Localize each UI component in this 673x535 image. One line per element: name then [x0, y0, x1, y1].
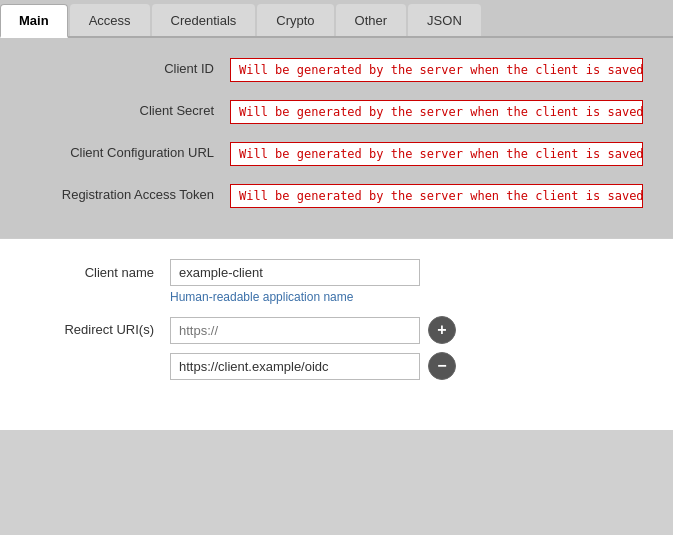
client-name-row: Client name Human-readable application n… — [30, 259, 643, 304]
client-name-hint: Human-readable application name — [170, 290, 643, 304]
remove-redirect-uri-button[interactable]: − — [428, 352, 456, 380]
redirect-uri-new-input[interactable] — [170, 317, 420, 344]
tab-other[interactable]: Other — [336, 4, 407, 36]
form-section: Client name Human-readable application n… — [0, 238, 673, 430]
redirect-uris-controls: + − — [170, 316, 643, 388]
client-secret-label: Client Secret — [30, 100, 230, 120]
tab-credentials[interactable]: Credentials — [152, 4, 256, 36]
client-name-input[interactable] — [170, 259, 420, 286]
redirect-uri-new-row: + — [170, 316, 643, 344]
registration-access-token-row: Registration Access Token Will be genera… — [30, 184, 643, 208]
client-secret-row: Client Secret Will be generated by the s… — [30, 100, 643, 124]
client-id-label: Client ID — [30, 58, 230, 78]
client-config-url-value: Will be generated by the server when the… — [230, 142, 643, 166]
generated-fields-section: Client ID Will be generated by the serve… — [0, 38, 673, 238]
redirect-uri-existing-input[interactable] — [170, 353, 420, 380]
redirect-uris-row: Redirect URI(s) + − — [30, 316, 643, 388]
registration-access-token-value: Will be generated by the server when the… — [230, 184, 643, 208]
tab-bar: Main Access Credentials Crypto Other JSO… — [0, 0, 673, 38]
tab-main[interactable]: Main — [0, 4, 68, 38]
tab-json[interactable]: JSON — [408, 4, 481, 36]
client-config-url-label: Client Configuration URL — [30, 142, 230, 162]
client-name-label: Client name — [30, 259, 170, 280]
client-config-url-row: Client Configuration URL Will be generat… — [30, 142, 643, 166]
tab-access[interactable]: Access — [70, 4, 150, 36]
add-redirect-uri-button[interactable]: + — [428, 316, 456, 344]
client-secret-value: Will be generated by the server when the… — [230, 100, 643, 124]
tab-crypto[interactable]: Crypto — [257, 4, 333, 36]
redirect-uris-label: Redirect URI(s) — [30, 316, 170, 337]
client-name-controls: Human-readable application name — [170, 259, 643, 304]
redirect-uri-existing-row: − — [170, 352, 643, 380]
client-id-value: Will be generated by the server when the… — [230, 58, 643, 82]
client-id-row: Client ID Will be generated by the serve… — [30, 58, 643, 82]
registration-access-token-label: Registration Access Token — [30, 184, 230, 204]
